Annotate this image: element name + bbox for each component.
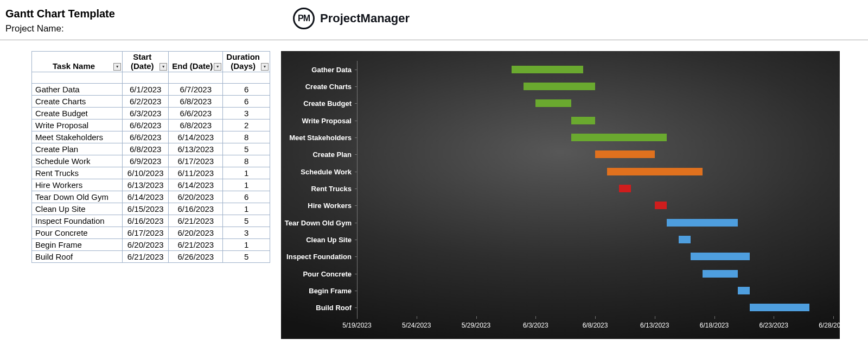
y-axis-tick — [355, 274, 357, 274]
col-header-task[interactable]: Task Name ▼ — [32, 52, 123, 72]
x-axis-tick — [595, 316, 596, 319]
cell-start: 6/10/2023 — [123, 167, 169, 179]
x-axis-tick — [357, 316, 358, 319]
table-row[interactable]: Clean Up Site6/15/20236/16/20231 — [32, 203, 270, 215]
gantt-bar — [738, 287, 750, 294]
gantt-bar — [571, 117, 595, 124]
col-header-duration-l2: (Days) — [231, 61, 256, 71]
cell-end: 6/16/2023 — [169, 203, 223, 215]
table-row[interactable]: Gather Data6/1/20236/7/20236 — [32, 84, 270, 96]
col-header-start[interactable]: Start (Date) ▼ — [123, 52, 169, 72]
y-axis-label: Create Plan — [284, 150, 357, 159]
gantt-bar — [667, 219, 738, 227]
table-row[interactable]: Meet Stakeholders6/6/20236/14/20238 — [32, 131, 270, 143]
y-axis-label: Schedule Work — [284, 167, 357, 175]
table-row[interactable]: Write Proposal6/6/20236/8/20232 — [32, 120, 270, 131]
cell-duration: 1 — [223, 179, 270, 191]
cell-end: 6/20/2023 — [169, 191, 223, 203]
cell-duration: 8 — [223, 155, 270, 167]
cell-end: 6/21/2023 — [169, 239, 223, 251]
cell-start: 6/6/2023 — [123, 120, 169, 131]
cell-start: 6/9/2023 — [123, 155, 169, 167]
cell-end: 6/8/2023 — [169, 120, 223, 131]
x-axis-label: 6/28/2023 — [819, 322, 847, 329]
cell-start: 6/16/2023 — [123, 215, 169, 227]
y-axis-tick — [355, 307, 357, 308]
gantt-bar — [750, 304, 809, 311]
x-axis-label: 5/29/2023 — [462, 322, 490, 329]
cell-task-name: Build Roof — [32, 251, 123, 263]
gantt-bar — [679, 236, 691, 243]
cell-end: 6/14/2023 — [169, 179, 223, 191]
y-axis-label: Clean Up Site — [284, 236, 357, 244]
filter-dropdown-icon[interactable]: ▼ — [113, 63, 121, 71]
y-axis-label: Hire Workers — [284, 202, 357, 210]
table-row[interactable]: Hire Workers6/13/20236/14/20231 — [32, 179, 270, 191]
col-header-end[interactable]: End (Date) ▼ — [169, 52, 223, 72]
table-row[interactable]: Begin Frame6/20/20236/21/20231 — [32, 239, 270, 251]
x-axis-label: 6/13/2023 — [640, 322, 669, 329]
table-row[interactable]: Tear Down Old Gym6/14/20236/20/20236 — [32, 191, 270, 203]
gantt-bar — [655, 202, 667, 209]
cell-start: 6/20/2023 — [123, 239, 169, 251]
cell-duration: 6 — [223, 191, 270, 203]
gantt-plot-area: Gather DataCreate ChartsCreate BudgetWri… — [357, 61, 833, 316]
page-title: Gantt Chart Template — [5, 8, 293, 20]
filter-dropdown-icon[interactable]: ▼ — [159, 63, 167, 71]
task-table: Task Name ▼ Start (Date) ▼ End (Date) ▼ — [31, 51, 270, 263]
cell-duration: 3 — [223, 227, 270, 239]
cell-duration: 5 — [223, 143, 270, 155]
cell-task-name: Inspect Foundation — [32, 215, 123, 227]
table-row[interactable]: Create Budget6/3/20236/6/20233 — [32, 108, 270, 120]
cell-end: 6/13/2023 — [169, 143, 223, 155]
cell-end: 6/17/2023 — [169, 155, 223, 167]
y-axis-tick — [355, 291, 357, 291]
cell-task-name: Schedule Work — [32, 155, 123, 167]
task-table-container: Task Name ▼ Start (Date) ▼ End (Date) ▼ — [31, 51, 270, 263]
table-row[interactable]: Rent Trucks6/10/20236/11/20231 — [32, 167, 270, 179]
y-axis-tick — [355, 137, 357, 138]
y-axis-label: Tear Down Old Gym — [284, 218, 357, 227]
table-row[interactable]: Build Roof6/21/20236/26/20235 — [32, 251, 270, 263]
cell-start: 6/15/2023 — [123, 203, 169, 215]
cell-end: 6/26/2023 — [169, 251, 223, 263]
table-row[interactable]: Create Plan6/8/20236/13/20235 — [32, 143, 270, 155]
cell-end: 6/11/2023 — [169, 167, 223, 179]
x-axis-tick — [417, 316, 417, 319]
y-axis-label: Meet Stakeholders — [284, 134, 357, 142]
x-axis-label: 6/8/2023 — [583, 322, 608, 329]
cell-start: 6/3/2023 — [123, 108, 169, 120]
col-header-start-l1: Start — [133, 52, 151, 61]
cell-task-name: Create Plan — [32, 143, 123, 155]
x-axis-tick — [774, 316, 774, 319]
table-row[interactable]: Schedule Work6/9/20236/17/20238 — [32, 155, 270, 167]
col-header-duration[interactable]: Duration (Days) ▼ — [223, 52, 270, 72]
cell-end: 6/21/2023 — [169, 215, 223, 227]
y-axis-tick — [355, 70, 357, 70]
cell-end: 6/20/2023 — [169, 227, 223, 239]
table-row[interactable]: Inspect Foundation6/16/20236/21/20235 — [32, 215, 270, 227]
cell-task-name: Pour Concrete — [32, 227, 123, 239]
table-row[interactable]: Pour Concrete6/17/20236/20/20233 — [32, 227, 270, 239]
cell-task-name: Meet Stakeholders — [32, 131, 123, 143]
filter-dropdown-icon[interactable]: ▼ — [214, 63, 221, 71]
y-axis-tick — [355, 172, 357, 172]
cell-end: 6/14/2023 — [169, 131, 223, 143]
gantt-bar — [535, 99, 571, 107]
filter-dropdown-icon[interactable]: ▼ — [261, 63, 269, 71]
y-axis-tick — [355, 121, 357, 121]
gantt-bar — [703, 270, 738, 278]
cell-task-name: Create Budget — [32, 108, 123, 120]
y-axis-tick — [355, 103, 357, 104]
cell-duration: 1 — [223, 203, 270, 215]
y-axis-tick — [355, 240, 357, 240]
y-axis-label: Gather Data — [284, 65, 357, 73]
y-axis-tick — [355, 188, 357, 189]
cell-duration: 6 — [223, 84, 270, 96]
cell-end: 6/6/2023 — [169, 108, 223, 120]
cell-start: 6/6/2023 — [123, 131, 169, 143]
col-header-duration-l1: Duration — [226, 52, 260, 61]
table-row[interactable]: Create Charts6/2/20236/8/20236 — [32, 96, 270, 108]
y-axis-label: Rent Trucks — [284, 185, 357, 193]
x-axis-tick — [535, 316, 536, 319]
